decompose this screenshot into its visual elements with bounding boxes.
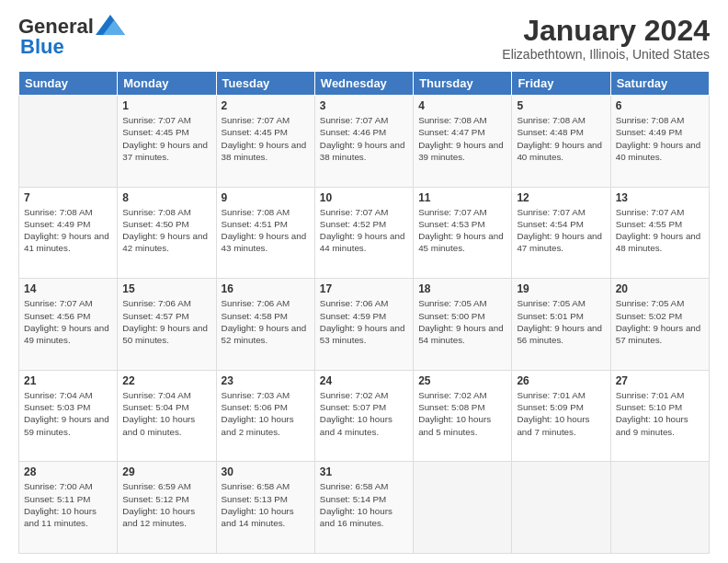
day-number: 18 — [418, 282, 506, 295]
day-detail: Sunrise: 7:08 AMSunset: 4:49 PMDaylight:… — [24, 207, 109, 254]
week-row-2: 7Sunrise: 7:08 AMSunset: 4:49 PMDaylight… — [19, 187, 710, 279]
calendar-cell: 5Sunrise: 7:08 AMSunset: 4:48 PMDaylight… — [512, 96, 610, 188]
calendar-cell: 7Sunrise: 7:08 AMSunset: 4:49 PMDaylight… — [19, 187, 118, 279]
calendar-cell: 27Sunrise: 7:01 AMSunset: 5:10 PMDayligh… — [610, 370, 709, 462]
logo-blue: Blue — [18, 35, 64, 59]
day-detail: Sunrise: 7:04 AMSunset: 5:04 PMDaylight:… — [122, 390, 195, 437]
calendar-cell — [414, 462, 512, 554]
day-detail: Sunrise: 7:08 AMSunset: 4:50 PMDaylight:… — [122, 207, 208, 254]
day-detail: Sunrise: 7:01 AMSunset: 5:09 PMDaylight:… — [517, 390, 589, 437]
week-row-4: 21Sunrise: 7:04 AMSunset: 5:03 PMDayligh… — [19, 370, 710, 462]
weekday-header-friday: Friday — [512, 72, 610, 96]
page-title: January 2024 — [502, 15, 710, 47]
day-number: 1 — [122, 99, 210, 112]
day-detail: Sunrise: 7:08 AMSunset: 4:48 PMDaylight:… — [517, 115, 602, 162]
calendar-cell — [19, 96, 118, 188]
weekday-header-row: SundayMondayTuesdayWednesdayThursdayFrid… — [19, 72, 710, 96]
calendar-cell: 18Sunrise: 7:05 AMSunset: 5:00 PMDayligh… — [414, 279, 512, 371]
day-detail: Sunrise: 7:06 AMSunset: 4:59 PMDaylight:… — [320, 298, 405, 345]
week-row-3: 14Sunrise: 7:07 AMSunset: 4:56 PMDayligh… — [19, 279, 710, 371]
day-detail: Sunrise: 7:07 AMSunset: 4:54 PMDaylight:… — [517, 207, 602, 254]
day-detail: Sunrise: 7:04 AMSunset: 5:03 PMDaylight:… — [24, 390, 109, 437]
day-number: 16 — [222, 282, 310, 295]
day-detail: Sunrise: 7:07 AMSunset: 4:45 PMDaylight:… — [122, 115, 208, 162]
logo: General Blue — [18, 15, 125, 59]
day-detail: Sunrise: 7:02 AMSunset: 5:07 PMDaylight:… — [320, 390, 392, 437]
calendar-cell: 17Sunrise: 7:06 AMSunset: 4:59 PMDayligh… — [314, 279, 413, 371]
calendar-cell: 13Sunrise: 7:07 AMSunset: 4:55 PMDayligh… — [610, 187, 709, 279]
day-detail: Sunrise: 7:07 AMSunset: 4:53 PMDaylight:… — [418, 207, 504, 254]
day-detail: Sunrise: 7:05 AMSunset: 5:02 PMDaylight:… — [616, 298, 701, 345]
calendar-cell: 9Sunrise: 7:08 AMSunset: 4:51 PMDaylight… — [216, 187, 314, 279]
calendar-cell: 3Sunrise: 7:07 AMSunset: 4:46 PMDaylight… — [314, 96, 413, 188]
day-number: 27 — [616, 374, 704, 387]
calendar-cell: 10Sunrise: 7:07 AMSunset: 4:52 PMDayligh… — [314, 187, 413, 279]
calendar-table: SundayMondayTuesdayWednesdayThursdayFrid… — [18, 71, 710, 554]
day-detail: Sunrise: 7:07 AMSunset: 4:45 PMDaylight:… — [222, 115, 307, 162]
day-number: 25 — [418, 374, 506, 387]
week-row-5: 28Sunrise: 7:00 AMSunset: 5:11 PMDayligh… — [19, 462, 710, 554]
weekday-header-thursday: Thursday — [414, 72, 512, 96]
day-detail: Sunrise: 7:08 AMSunset: 4:49 PMDaylight:… — [616, 115, 701, 162]
day-detail: Sunrise: 7:06 AMSunset: 4:58 PMDaylight:… — [222, 298, 307, 345]
day-number: 8 — [122, 191, 210, 204]
day-number: 7 — [24, 191, 112, 204]
calendar-cell — [512, 462, 610, 554]
calendar-cell: 30Sunrise: 6:58 AMSunset: 5:13 PMDayligh… — [216, 462, 314, 554]
day-number: 3 — [320, 99, 408, 112]
day-number: 24 — [320, 374, 408, 387]
day-detail: Sunrise: 6:58 AMSunset: 5:13 PMDaylight:… — [222, 481, 294, 528]
calendar-cell: 26Sunrise: 7:01 AMSunset: 5:09 PMDayligh… — [512, 370, 610, 462]
day-number: 31 — [320, 465, 408, 478]
day-detail: Sunrise: 6:59 AMSunset: 5:12 PMDaylight:… — [122, 481, 195, 528]
day-number: 9 — [222, 191, 310, 204]
day-number: 11 — [418, 191, 506, 204]
weekday-header-saturday: Saturday — [610, 72, 709, 96]
day-detail: Sunrise: 7:08 AMSunset: 4:47 PMDaylight:… — [418, 115, 504, 162]
day-detail: Sunrise: 7:07 AMSunset: 4:55 PMDaylight:… — [616, 207, 701, 254]
calendar-cell: 6Sunrise: 7:08 AMSunset: 4:49 PMDaylight… — [610, 96, 709, 188]
day-number: 5 — [517, 99, 605, 112]
day-detail: Sunrise: 7:08 AMSunset: 4:51 PMDaylight:… — [222, 207, 307, 254]
day-detail: Sunrise: 7:03 AMSunset: 5:06 PMDaylight:… — [222, 390, 294, 437]
title-block: January 2024 Elizabethtown, Illinois, Un… — [502, 15, 710, 62]
calendar-cell: 22Sunrise: 7:04 AMSunset: 5:04 PMDayligh… — [118, 370, 216, 462]
day-number: 23 — [222, 374, 310, 387]
calendar-cell: 24Sunrise: 7:02 AMSunset: 5:07 PMDayligh… — [314, 370, 413, 462]
day-detail: Sunrise: 7:01 AMSunset: 5:10 PMDaylight:… — [616, 390, 688, 437]
calendar-cell: 19Sunrise: 7:05 AMSunset: 5:01 PMDayligh… — [512, 279, 610, 371]
calendar-cell: 25Sunrise: 7:02 AMSunset: 5:08 PMDayligh… — [414, 370, 512, 462]
calendar-cell: 29Sunrise: 6:59 AMSunset: 5:12 PMDayligh… — [118, 462, 216, 554]
calendar-cell — [610, 462, 709, 554]
day-detail: Sunrise: 7:05 AMSunset: 5:01 PMDaylight:… — [517, 298, 602, 345]
day-number: 19 — [517, 282, 605, 295]
calendar-cell: 2Sunrise: 7:07 AMSunset: 4:45 PMDaylight… — [216, 96, 314, 188]
day-detail: Sunrise: 7:07 AMSunset: 4:56 PMDaylight:… — [24, 298, 109, 345]
day-number: 6 — [616, 99, 704, 112]
weekday-header-monday: Monday — [118, 72, 216, 96]
calendar-cell: 21Sunrise: 7:04 AMSunset: 5:03 PMDayligh… — [19, 370, 118, 462]
day-detail: Sunrise: 7:06 AMSunset: 4:57 PMDaylight:… — [122, 298, 208, 345]
day-number: 29 — [122, 465, 210, 478]
day-number: 26 — [517, 374, 605, 387]
day-detail: Sunrise: 7:07 AMSunset: 4:52 PMDaylight:… — [320, 207, 405, 254]
weekday-header-tuesday: Tuesday — [216, 72, 314, 96]
day-number: 15 — [122, 282, 210, 295]
calendar-cell: 16Sunrise: 7:06 AMSunset: 4:58 PMDayligh… — [216, 279, 314, 371]
calendar-cell: 12Sunrise: 7:07 AMSunset: 4:54 PMDayligh… — [512, 187, 610, 279]
calendar-cell: 20Sunrise: 7:05 AMSunset: 5:02 PMDayligh… — [610, 279, 709, 371]
day-number: 22 — [122, 374, 210, 387]
day-detail: Sunrise: 7:00 AMSunset: 5:11 PMDaylight:… — [24, 481, 97, 528]
day-number: 12 — [517, 191, 605, 204]
day-number: 21 — [24, 374, 112, 387]
day-number: 17 — [320, 282, 408, 295]
calendar-cell: 28Sunrise: 7:00 AMSunset: 5:11 PMDayligh… — [19, 462, 118, 554]
day-number: 4 — [418, 99, 506, 112]
weekday-header-wednesday: Wednesday — [314, 72, 413, 96]
page: General Blue January 2024 Elizabethtown,… — [0, 0, 728, 563]
day-number: 10 — [320, 191, 408, 204]
day-number: 20 — [616, 282, 704, 295]
calendar-cell: 8Sunrise: 7:08 AMSunset: 4:50 PMDaylight… — [118, 187, 216, 279]
day-number: 14 — [24, 282, 112, 295]
day-detail: Sunrise: 6:58 AMSunset: 5:14 PMDaylight:… — [320, 481, 392, 528]
